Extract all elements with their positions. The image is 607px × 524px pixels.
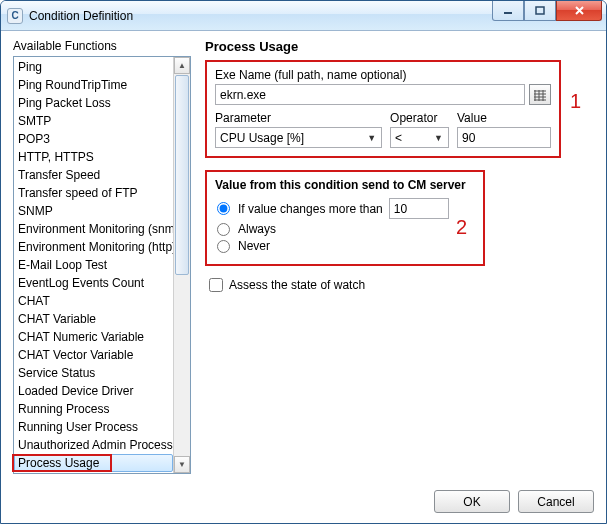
minimize-button[interactable] — [492, 1, 524, 21]
section-heading: Process Usage — [205, 39, 594, 54]
grid-icon — [533, 89, 547, 101]
list-item[interactable]: Service Status — [14, 364, 173, 382]
listbox-scrollbar[interactable]: ▲ ▼ — [173, 57, 190, 473]
list-item[interactable]: Running User Process — [14, 418, 173, 436]
assess-state-label: Assess the state of watch — [229, 278, 365, 292]
dialog-button-row: OK Cancel — [434, 490, 594, 513]
scroll-thumb[interactable] — [175, 75, 189, 275]
browse-button[interactable] — [529, 84, 551, 105]
list-item[interactable]: CHAT Numeric Variable — [14, 328, 173, 346]
scroll-down-button[interactable]: ▼ — [174, 456, 190, 473]
annotation-1: 1 — [570, 90, 581, 113]
window-controls — [492, 1, 602, 21]
list-item[interactable]: EventLog Events Count — [14, 274, 173, 292]
list-item[interactable]: SNMP — [14, 202, 173, 220]
chevron-down-icon: ▼ — [364, 133, 379, 143]
operator-select[interactable]: < ▼ — [390, 127, 449, 148]
exe-name-label: Exe Name (full path, name optional) — [215, 68, 551, 82]
window-title: Condition Definition — [29, 9, 133, 23]
value-input[interactable] — [457, 127, 551, 148]
chevron-down-icon: ▼ — [431, 133, 446, 143]
list-item[interactable]: Ping — [14, 58, 173, 76]
list-item[interactable]: CHAT — [14, 292, 173, 310]
radio-if-changes-label: If value changes more than — [238, 202, 383, 216]
left-panel: Available Functions PingPing RoundTripTi… — [13, 39, 191, 471]
radio-if-changes[interactable] — [217, 202, 230, 215]
list-item[interactable]: Unauthorized Admin Process — [14, 436, 173, 454]
parameter-label: Parameter — [215, 111, 382, 125]
radio-always[interactable] — [217, 223, 230, 236]
list-item[interactable]: Environment Monitoring (http) — [14, 238, 173, 256]
value-label: Value — [457, 111, 551, 125]
list-item[interactable]: Transfer speed of FTP — [14, 184, 173, 202]
dialog-content: Available Functions PingPing RoundTripTi… — [1, 31, 606, 523]
list-item[interactable]: E-Mail Loop Test — [14, 256, 173, 274]
changes-threshold-input[interactable] — [389, 198, 449, 219]
list-item[interactable]: Transfer Speed — [14, 166, 173, 184]
annotation-2: 2 — [456, 216, 467, 239]
functions-listbox[interactable]: PingPing RoundTripTimePing Packet LossSM… — [13, 56, 191, 474]
list-item[interactable]: Process Usage — [14, 454, 173, 472]
operator-label: Operator — [390, 111, 449, 125]
available-functions-label: Available Functions — [13, 39, 191, 53]
list-item[interactable]: Ping Packet Loss — [14, 94, 173, 112]
assess-state-checkbox[interactable] — [209, 278, 223, 292]
send-condition-box: 2 Value from this condition send to CM s… — [205, 170, 485, 266]
list-item[interactable]: Ping RoundTripTime — [14, 76, 173, 94]
list-item[interactable]: CHAT Vector Variable — [14, 346, 173, 364]
radio-never-label: Never — [238, 239, 270, 253]
parameter-value: CPU Usage [%] — [220, 131, 304, 145]
exe-name-input[interactable] — [215, 84, 525, 105]
app-icon: C — [7, 8, 23, 24]
cancel-button[interactable]: Cancel — [518, 490, 594, 513]
svg-rect-0 — [504, 12, 512, 14]
maximize-button[interactable] — [524, 1, 556, 21]
radio-never[interactable] — [217, 240, 230, 253]
condition-params-box: 1 Exe Name (full path, name optional) — [205, 60, 561, 158]
close-button[interactable] — [556, 1, 602, 21]
list-item[interactable]: Running Process — [14, 400, 173, 418]
parameter-select[interactable]: CPU Usage [%] ▼ — [215, 127, 382, 148]
send-condition-title: Value from this condition send to CM ser… — [215, 178, 475, 192]
svg-rect-1 — [536, 7, 544, 14]
list-item[interactable]: Environment Monitoring (snmp) — [14, 220, 173, 238]
ok-button[interactable]: OK — [434, 490, 510, 513]
list-item[interactable]: SMTP — [14, 112, 173, 130]
titlebar[interactable]: C Condition Definition — [1, 1, 606, 31]
list-item[interactable]: POP3 — [14, 130, 173, 148]
radio-always-label: Always — [238, 222, 276, 236]
scroll-up-button[interactable]: ▲ — [174, 57, 190, 74]
list-item[interactable]: HTTP, HTTPS — [14, 148, 173, 166]
list-item[interactable]: CHAT Variable — [14, 310, 173, 328]
dialog-window: C Condition Definition Available Functio… — [0, 0, 607, 524]
list-item[interactable]: Loaded Device Driver — [14, 382, 173, 400]
operator-value: < — [395, 131, 402, 145]
right-panel: Process Usage 1 Exe Name (full path, nam… — [205, 39, 594, 471]
